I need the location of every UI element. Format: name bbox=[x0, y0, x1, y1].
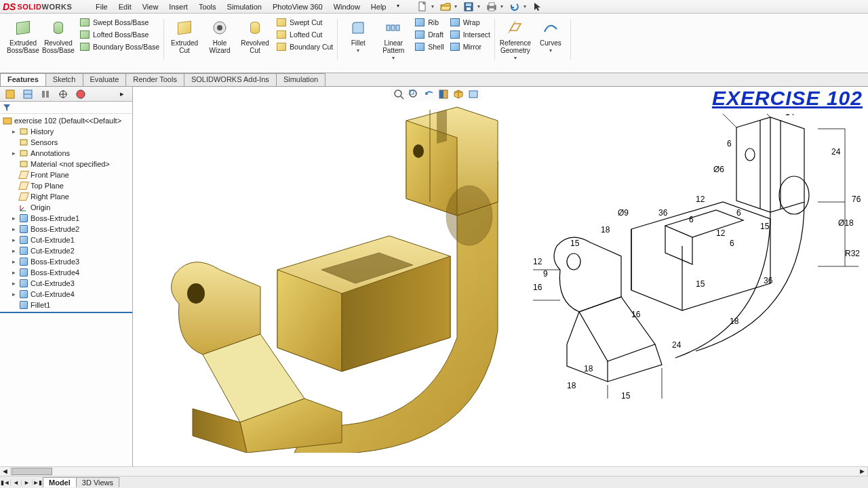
ref-geom-dropdown-icon[interactable]: ▾ bbox=[513, 56, 518, 62]
menu-edit[interactable]: Edit bbox=[114, 1, 136, 12]
expand-icon[interactable]: ▸ bbox=[11, 291, 17, 298]
menu-help[interactable]: Help bbox=[366, 1, 391, 12]
tab-nav-first-icon[interactable]: ▮◄ bbox=[0, 479, 11, 486]
swept-cut-button[interactable]: Swept Cut bbox=[274, 16, 335, 28]
tree-rollback-bar[interactable] bbox=[0, 312, 132, 313]
curves-dropdown-icon[interactable]: ▾ bbox=[548, 48, 553, 54]
menu-view[interactable]: View bbox=[138, 1, 163, 12]
menu-insert[interactable]: Insert bbox=[164, 1, 193, 12]
menu-photoview[interactable]: PhotoView 360 bbox=[268, 1, 328, 12]
expand-icon[interactable]: ▸ bbox=[11, 215, 17, 222]
print-dropdown-icon[interactable]: ▾ bbox=[500, 3, 506, 9]
tab-sketch[interactable]: Sketch bbox=[45, 73, 83, 86]
config-tab-icon[interactable] bbox=[38, 88, 53, 100]
scroll-thumb[interactable] bbox=[12, 468, 52, 475]
scroll-right-icon[interactable]: ► bbox=[857, 467, 868, 476]
lofted-boss-button[interactable]: Lofted Boss/Base bbox=[77, 28, 161, 41]
undo-dropdown-icon[interactable]: ▾ bbox=[524, 3, 529, 9]
mirror-button[interactable]: Mirror bbox=[448, 41, 492, 53]
horizontal-scrollbar[interactable]: ◄ ► bbox=[0, 466, 868, 476]
display-style-icon[interactable] bbox=[467, 88, 480, 100]
menu-simulation[interactable]: Simulation bbox=[222, 1, 267, 12]
tree-item[interactable]: ▸Annotations bbox=[0, 148, 132, 159]
view-tab-3dviews[interactable]: 3D Views bbox=[76, 477, 119, 487]
print-icon[interactable] bbox=[484, 1, 499, 13]
tree-item[interactable]: ▸Boss-Extrude3 bbox=[0, 256, 132, 267]
view-tab-model[interactable]: Model bbox=[43, 477, 77, 487]
property-tab-icon[interactable] bbox=[20, 88, 35, 100]
tab-nav-last-icon[interactable]: ►▮ bbox=[33, 479, 43, 486]
extruded-cut-button[interactable]: Extruded Cut bbox=[167, 16, 202, 56]
expand-icon[interactable]: ▸ bbox=[11, 269, 17, 276]
previous-view-icon[interactable] bbox=[422, 88, 435, 100]
tree-item[interactable]: ▸Boss-Extrude1 bbox=[0, 213, 132, 224]
linear-pattern-dropdown-icon[interactable]: ▾ bbox=[391, 56, 396, 62]
appearance-tab-icon[interactable] bbox=[73, 88, 88, 100]
tree-item[interactable]: Front Plane bbox=[0, 169, 132, 180]
view-orientation-icon[interactable] bbox=[452, 88, 465, 100]
tree-item[interactable]: Origin bbox=[0, 202, 132, 213]
hole-wizard-button[interactable]: Hole Wizard bbox=[202, 16, 237, 56]
scroll-left-icon[interactable]: ◄ bbox=[0, 467, 11, 476]
intersect-button[interactable]: Intersect bbox=[448, 28, 492, 41]
tree-item[interactable]: Right Plane bbox=[0, 191, 132, 202]
tree-item[interactable]: ▸History bbox=[0, 126, 132, 137]
section-view-icon[interactable] bbox=[437, 88, 450, 100]
boundary-cut-button[interactable]: Boundary Cut bbox=[274, 41, 335, 53]
save-dropdown-icon[interactable]: ▾ bbox=[477, 3, 483, 9]
save-icon[interactable] bbox=[461, 1, 476, 13]
zoom-fit-icon[interactable] bbox=[392, 88, 406, 100]
revolved-cut-button[interactable]: Revolved Cut bbox=[237, 16, 273, 56]
expand-icon[interactable]: ▸ bbox=[11, 237, 17, 243]
tab-evaluate[interactable]: Evaluate bbox=[83, 73, 127, 86]
tree-item[interactable]: Fillet1 bbox=[0, 300, 132, 310]
reference-geometry-button[interactable]: Reference Geometry▾ bbox=[498, 16, 533, 63]
graphics-viewport[interactable]: EXERCISE 102 bbox=[133, 87, 868, 466]
filter-icon[interactable] bbox=[3, 104, 11, 112]
undo-icon[interactable] bbox=[507, 1, 522, 13]
open-dropdown-icon[interactable]: ▾ bbox=[454, 3, 460, 9]
tree-item[interactable]: Top Plane bbox=[0, 180, 132, 191]
revolved-boss-button[interactable]: Revolved Boss/Base bbox=[41, 16, 76, 56]
swept-boss-button[interactable]: Swept Boss/Base bbox=[77, 16, 161, 28]
tree-item[interactable]: ▸Cut-Extrude3 bbox=[0, 278, 132, 289]
tree-item[interactable]: ▸Cut-Extrude2 bbox=[0, 245, 132, 256]
feature-tree[interactable]: exercise 102 (Default<<Default> ▸History… bbox=[0, 114, 132, 466]
select-icon[interactable] bbox=[530, 1, 545, 13]
feature-tree-tab-icon[interactable] bbox=[3, 88, 18, 100]
panel-expand-icon[interactable]: ▸ bbox=[115, 88, 130, 100]
shell-button[interactable]: Shell bbox=[412, 41, 446, 53]
tree-item[interactable]: ▸Cut-Extrude1 bbox=[0, 235, 132, 245]
tab-nav-next-icon[interactable]: ► bbox=[22, 479, 33, 486]
zoom-area-icon[interactable] bbox=[407, 88, 420, 100]
expand-icon[interactable]: ▸ bbox=[11, 150, 17, 157]
fillet-button[interactable]: Fillet▾ bbox=[340, 16, 376, 56]
menu-overflow-icon[interactable]: ▾ bbox=[392, 1, 401, 12]
dimxpert-tab-icon[interactable] bbox=[56, 88, 71, 100]
tree-item[interactable]: ▸Boss-Extrude4 bbox=[0, 267, 132, 278]
boundary-boss-button[interactable]: Boundary Boss/Base bbox=[77, 41, 161, 53]
curves-button[interactable]: Curves▾ bbox=[533, 16, 568, 56]
fillet-dropdown-icon[interactable]: ▾ bbox=[355, 48, 361, 54]
expand-icon[interactable]: ▸ bbox=[11, 247, 17, 254]
expand-icon[interactable]: ▸ bbox=[11, 128, 17, 135]
expand-icon[interactable]: ▸ bbox=[11, 280, 17, 287]
tab-render[interactable]: Render Tools bbox=[125, 73, 184, 86]
linear-pattern-button[interactable]: Linear Pattern▾ bbox=[376, 16, 411, 63]
rib-button[interactable]: Rib bbox=[412, 16, 446, 28]
open-document-icon[interactable] bbox=[438, 1, 453, 13]
tree-item[interactable]: ▸Cut-Extrude4 bbox=[0, 289, 132, 300]
tree-item[interactable]: Material <not specified> bbox=[0, 159, 132, 169]
lofted-cut-button[interactable]: Lofted Cut bbox=[274, 28, 335, 41]
tab-nav-prev-icon[interactable]: ◄ bbox=[11, 479, 22, 486]
wrap-button[interactable]: Wrap bbox=[448, 16, 492, 28]
tree-item[interactable]: ▸Boss-Extrude2 bbox=[0, 224, 132, 235]
menu-window[interactable]: Window bbox=[329, 1, 365, 12]
menu-tools[interactable]: Tools bbox=[194, 1, 221, 12]
extruded-boss-button[interactable]: Extruded Boss/Base bbox=[5, 16, 41, 56]
tab-addins[interactable]: SOLIDWORKS Add-Ins bbox=[184, 73, 277, 86]
tree-root[interactable]: exercise 102 (Default<<Default> bbox=[0, 115, 132, 126]
new-dropdown-icon[interactable]: ▾ bbox=[431, 3, 437, 9]
expand-icon[interactable]: ▸ bbox=[11, 258, 17, 265]
tab-simulation[interactable]: Simulation bbox=[276, 73, 326, 86]
